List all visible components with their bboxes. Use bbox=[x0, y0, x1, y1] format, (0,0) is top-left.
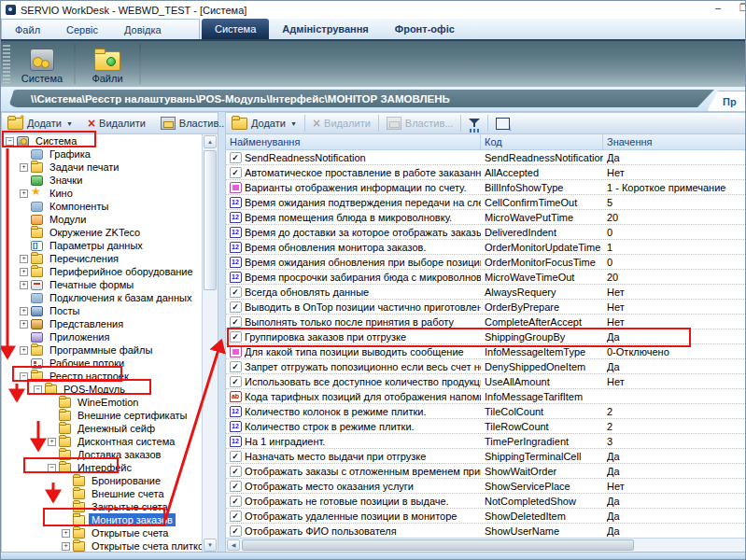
tree-item[interactable]: +Открытые счета плиткой bbox=[2, 539, 203, 553]
tree-item[interactable]: +Печатные формы bbox=[2, 278, 203, 291]
table-row[interactable]: Отображать удаленные позиции в монитореS… bbox=[226, 509, 746, 524]
tab-administration[interactable]: Адміністрування bbox=[269, 19, 381, 39]
column-header-name[interactable]: Найменування bbox=[226, 134, 481, 149]
tree-expander-minus-icon[interactable]: − bbox=[6, 137, 14, 146]
tab-front-office[interactable]: Фронт-офіс bbox=[382, 19, 468, 39]
table-row[interactable]: Назначать место выдачи при отгрузкеShipp… bbox=[226, 449, 746, 464]
tree-expander-plus-icon[interactable]: + bbox=[20, 320, 28, 329]
tree-item[interactable]: −Реестр настроек bbox=[2, 370, 203, 383]
table-row[interactable]: Время обновления монитора заказов.OrderM… bbox=[226, 240, 746, 255]
scroll-left-icon[interactable]: ◀ bbox=[227, 539, 240, 551]
tree-item[interactable]: Графика bbox=[2, 147, 203, 161]
tree-item[interactable]: +Задачи печати bbox=[2, 161, 203, 174]
table-row[interactable]: Использовать все доступное количество пр… bbox=[226, 374, 746, 389]
table-row[interactable]: На 1 инградиент.TimePerIngradient3 bbox=[226, 434, 746, 449]
menu-help[interactable]: Довідка bbox=[111, 20, 175, 40]
tree-item[interactable]: −POS-Модуль bbox=[2, 383, 203, 396]
chevron-down-icon[interactable]: ▼ bbox=[66, 120, 73, 127]
scroll-up-icon[interactable]: ▲ bbox=[204, 135, 217, 148]
tree-item[interactable]: Параметры данных bbox=[2, 239, 203, 252]
table-row[interactable]: Время до доставки за которое отображать … bbox=[226, 225, 746, 240]
tree-item[interactable]: Закрытые счета bbox=[2, 500, 203, 513]
tree-expander-plus-icon[interactable]: + bbox=[20, 189, 28, 198]
menu-service[interactable]: Сервіс bbox=[53, 20, 111, 40]
export-button[interactable] bbox=[490, 114, 515, 133]
tree-item[interactable]: −Система bbox=[2, 134, 203, 147]
tree-item[interactable]: Внешние сертификаты bbox=[2, 409, 203, 422]
tree-item[interactable]: +Перечисления bbox=[2, 252, 203, 265]
table-row[interactable]: Время ожидания обновления при выборе поз… bbox=[226, 255, 746, 270]
tree-item[interactable]: Окружение ZKTeco bbox=[2, 226, 203, 239]
maximize-button[interactable]: ❐ bbox=[738, 3, 746, 14]
tree-expander-plus-icon[interactable]: + bbox=[62, 529, 70, 538]
tree-item[interactable]: +Периферийное оборудование bbox=[2, 265, 203, 278]
table-row[interactable]: Время помещения блюда в микроволновку.Mi… bbox=[226, 210, 746, 225]
tree-expander-minus-icon[interactable]: − bbox=[48, 464, 56, 472]
tree-expander-minus-icon[interactable]: − bbox=[34, 385, 42, 394]
table-row[interactable]: Всегда обновлять данныеAlwaysRequeryНет bbox=[226, 285, 746, 300]
ribbon-system-button[interactable]: Система bbox=[12, 41, 72, 87]
tree-item[interactable]: WineEmotion bbox=[2, 396, 203, 409]
tree-delete-button[interactable]: × Видалити bbox=[82, 114, 151, 133]
tree-item[interactable]: Доставка заказов bbox=[2, 448, 203, 461]
table-row[interactable]: Выполнять только после принятия в работу… bbox=[226, 315, 746, 329]
table-row[interactable]: Отображать ФИО пользователяShowUserNameД… bbox=[226, 524, 746, 539]
table-row[interactable]: Количество колонок в режиме плитки.TileC… bbox=[226, 404, 746, 419]
tree-expander-minus-icon[interactable]: − bbox=[20, 372, 28, 381]
tree-expander-plus-icon[interactable]: + bbox=[20, 281, 28, 289]
table-row[interactable]: Отображать не готовые позиции в выдаче.N… bbox=[226, 494, 746, 509]
table-row[interactable]: Для какой типа позиции выводить сообщени… bbox=[226, 344, 746, 359]
tree-item[interactable]: Подключения к базам данных bbox=[2, 291, 203, 304]
right-partial-tab[interactable]: Пр bbox=[707, 91, 745, 111]
table-row[interactable]: Кода тарифных позиций для отображения на… bbox=[226, 389, 746, 404]
tree-add-button[interactable]: Додати ▼ bbox=[2, 114, 78, 133]
tree-item[interactable]: −Интерфейс bbox=[2, 461, 203, 474]
tree-item[interactable]: Модули bbox=[2, 213, 203, 226]
table-row[interactable]: Группировка заказов при отгрузкеShipping… bbox=[226, 329, 746, 344]
tree-expander-plus-icon[interactable]: + bbox=[48, 438, 56, 446]
tree-item[interactable]: Монитор заказов bbox=[2, 513, 203, 526]
table-row[interactable]: Отображать заказы с отложенным временем … bbox=[226, 464, 746, 479]
tree-expander-plus-icon[interactable]: + bbox=[20, 307, 28, 315]
tree-item[interactable]: +Дисконтная система bbox=[2, 435, 203, 448]
tree-item[interactable]: +Представления bbox=[2, 317, 203, 330]
minimize-button[interactable]: – bbox=[711, 3, 725, 14]
tree-item[interactable]: Приложения bbox=[2, 330, 203, 343]
menu-file[interactable]: Файл bbox=[2, 20, 53, 40]
tree-vertical-scrollbar[interactable]: ▲ ▼ bbox=[202, 134, 218, 553]
tree-expander-plus-icon[interactable]: + bbox=[20, 255, 28, 263]
table-row[interactable]: Отображать место оказания услугиShowServ… bbox=[226, 479, 746, 494]
chevron-down-icon[interactable]: ▼ bbox=[290, 120, 297, 127]
tree-scrollbar-thumb[interactable] bbox=[204, 150, 217, 290]
tree-item[interactable]: Денежный сейф bbox=[2, 422, 203, 435]
grid-scrollbar-thumb[interactable] bbox=[242, 539, 634, 551]
tree-item[interactable]: +Кино bbox=[2, 187, 203, 200]
filter-button[interactable] bbox=[463, 114, 486, 133]
column-header-value[interactable]: Значення bbox=[603, 134, 746, 149]
grid-horizontal-scrollbar[interactable]: ◀ bbox=[226, 538, 746, 553]
table-row[interactable]: Время ожидания подтверждения передачи на… bbox=[226, 195, 746, 210]
tree-expander-plus-icon[interactable]: + bbox=[20, 268, 28, 276]
tree-item[interactable]: +Открытые счета bbox=[2, 526, 203, 539]
table-row[interactable]: Время просрочки забирания бюда с микрово… bbox=[226, 270, 746, 285]
tree-properties-button[interactable]: Властив... bbox=[155, 114, 233, 133]
grid-properties-button[interactable]: Властив... bbox=[381, 114, 459, 133]
tab-system[interactable]: Система bbox=[202, 19, 269, 39]
tree-item[interactable]: +Программные файлы bbox=[2, 343, 203, 357]
column-header-code[interactable]: Код bbox=[481, 134, 603, 149]
table-row[interactable]: Запрет отгружать попозиционно если весь … bbox=[226, 359, 746, 374]
tree-item[interactable]: Компоненты bbox=[2, 200, 203, 213]
table-row[interactable]: Автоматическое проставление в работе зак… bbox=[226, 165, 746, 180]
table-row[interactable]: SendReadnessNotificationSendReadnessNoti… bbox=[226, 150, 746, 165]
table-row[interactable]: Количество строк в режиме плитки.TileRow… bbox=[226, 419, 746, 434]
grid-add-button[interactable]: Додати ▼ bbox=[226, 114, 303, 133]
tree-item[interactable]: Внешние счета bbox=[2, 487, 203, 500]
table-row[interactable]: Выводить в OnTop позиции частично пригот… bbox=[226, 300, 746, 315]
ribbon-files-button[interactable]: Файли bbox=[77, 41, 137, 87]
tree-item[interactable]: +Посты bbox=[2, 304, 203, 317]
tree-item[interactable]: Бронирование bbox=[2, 474, 203, 487]
tree-expander-plus-icon[interactable]: + bbox=[20, 163, 28, 172]
table-row[interactable]: Варианты отображения информации по счету… bbox=[226, 180, 746, 195]
grid-delete-button[interactable]: × Видалити bbox=[307, 114, 376, 133]
scroll-down-icon[interactable]: ▼ bbox=[204, 539, 217, 552]
